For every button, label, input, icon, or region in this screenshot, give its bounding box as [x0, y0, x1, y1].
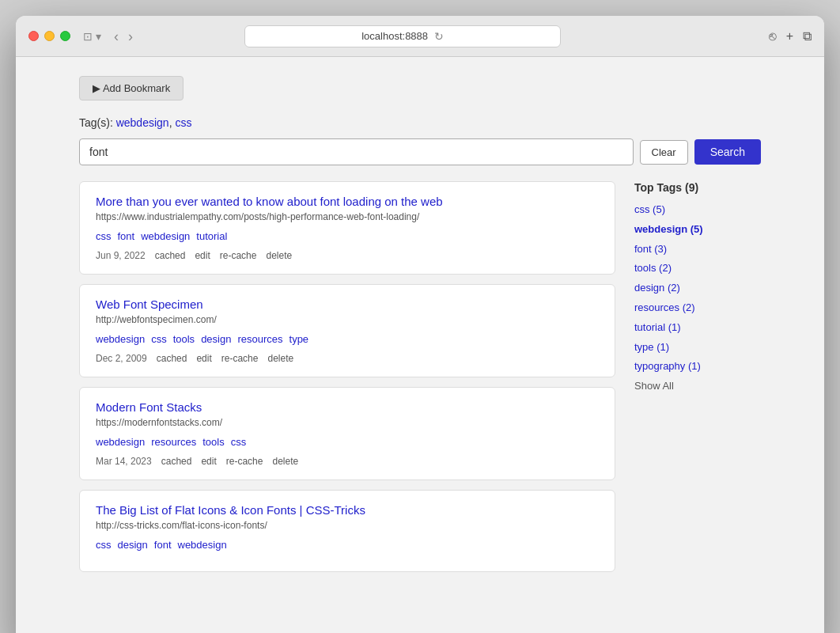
sidebar-tag-tools[interactable]: tools (2) [634, 259, 761, 279]
result-tag[interactable]: design [201, 333, 231, 345]
close-button[interactable] [28, 31, 39, 41]
tabs-icon[interactable]: ⧉ [803, 29, 812, 44]
sidebar-tag-resources[interactable]: resources (2) [634, 298, 761, 318]
sidebar-tag-font[interactable]: font (3) [634, 240, 761, 260]
recache-action[interactable]: re-cache [226, 456, 263, 467]
clear-button[interactable]: Clear [640, 140, 688, 165]
address-bar[interactable]: localhost:8888 ↻ [244, 25, 561, 47]
search-bar: Clear Search [79, 138, 761, 165]
result-tags: css font webdesign tutorial [96, 230, 599, 242]
recache-action[interactable]: re-cache [220, 250, 257, 261]
search-button[interactable]: Search [694, 139, 761, 165]
tag-css-link[interactable]: css [175, 116, 191, 129]
result-tag[interactable]: css [96, 230, 112, 242]
result-url: http://css-tricks.com/flat-icons-icon-fo… [96, 520, 599, 531]
result-tag[interactable]: resources [237, 333, 282, 345]
result-tag[interactable]: tools [202, 436, 224, 448]
result-card: The Big List of Flat Icons & Icon Fonts … [79, 490, 615, 572]
result-title[interactable]: Web Font Specimen [96, 298, 599, 311]
result-url: https://modernfontstacks.com/ [96, 417, 599, 428]
page-content: ▶ Add Bookmark Tag(s): webdesign, css Cl… [16, 57, 824, 633]
toolbar-right: ⎋ + ⧉ [769, 29, 812, 44]
edit-action[interactable]: edit [196, 353, 211, 364]
result-title[interactable]: The Big List of Flat Icons & Icon Fonts … [96, 503, 599, 517]
title-bar: ⊡ ▾ ‹ › localhost:8888 ↻ ⎋ + ⧉ [16, 16, 824, 57]
sidebar-tag-design[interactable]: design (2) [634, 279, 761, 298]
reload-icon[interactable]: ↻ [434, 30, 444, 43]
edit-action[interactable]: edit [201, 456, 216, 467]
result-tags: webdesign resources tools css [96, 436, 599, 448]
browser-window: ⊡ ▾ ‹ › localhost:8888 ↻ ⎋ + ⧉ ▶ Add Boo… [16, 16, 824, 633]
result-tag[interactable]: tutorial [196, 230, 227, 242]
result-tag[interactable]: tools [173, 333, 195, 345]
result-date: Jun 9, 2022 [96, 250, 146, 261]
sidebar-tag-typography[interactable]: typography (1) [634, 357, 761, 377]
sidebar-tag-css[interactable]: css (5) [634, 200, 761, 220]
delete-action[interactable]: delete [267, 353, 293, 364]
result-meta: Jun 9, 2022 cached edit re-cache delete [96, 250, 599, 261]
result-date: Dec 2, 2009 [96, 353, 147, 364]
minimize-button[interactable] [44, 31, 55, 41]
cached-action[interactable]: cached [155, 250, 186, 261]
delete-action[interactable]: delete [272, 456, 298, 467]
tag-webdesign-link[interactable]: webdesign [116, 116, 169, 129]
result-meta: Dec 2, 2009 cached edit re-cache delete [96, 353, 599, 364]
sidebar-title: Top Tags (9) [634, 181, 761, 194]
maximize-button[interactable] [60, 31, 70, 41]
result-tags: css design font webdesign [96, 539, 599, 551]
result-url: https://www.industrialempathy.com/posts/… [96, 211, 599, 222]
new-tab-icon[interactable]: + [786, 29, 793, 44]
result-card: Web Font Specimen http://webfontspecimen… [79, 284, 615, 377]
delete-action[interactable]: delete [266, 250, 292, 261]
result-tag[interactable]: design [118, 539, 148, 551]
result-tag[interactable]: css [96, 539, 112, 551]
search-input[interactable] [79, 138, 634, 165]
sidebar: Top Tags (9) css (5) webdesign (5) font … [634, 181, 761, 572]
result-tag[interactable]: webdesign [96, 436, 145, 448]
traffic-lights [28, 31, 70, 41]
result-title[interactable]: Modern Font Stacks [96, 400, 599, 414]
forward-button[interactable]: › [125, 28, 136, 45]
result-tag[interactable]: css [151, 333, 167, 345]
share-icon[interactable]: ⎋ [769, 29, 777, 44]
result-tag[interactable]: font [154, 539, 172, 551]
results-list: More than you ever wanted to know about … [79, 181, 615, 572]
main-layout: More than you ever wanted to know about … [79, 181, 761, 572]
edit-action[interactable]: edit [195, 250, 210, 261]
cached-action[interactable]: cached [161, 456, 192, 467]
result-tag[interactable]: webdesign [141, 230, 190, 242]
result-tag[interactable]: css [231, 436, 247, 448]
recache-action[interactable]: re-cache [221, 353, 259, 364]
cached-action[interactable]: cached [157, 353, 187, 364]
result-card: Modern Font Stacks https://modernfontsta… [79, 387, 615, 480]
add-bookmark-button[interactable]: ▶ Add Bookmark [79, 76, 184, 100]
result-date: Mar 14, 2023 [96, 456, 152, 467]
url-text: localhost:8888 [361, 30, 428, 42]
result-tag[interactable]: webdesign [96, 333, 145, 345]
result-tag[interactable]: font [118, 230, 135, 242]
nav-buttons: ‹ › [111, 28, 136, 45]
result-card: More than you ever wanted to know about … [79, 181, 615, 275]
sidebar-tag-tutorial[interactable]: tutorial (1) [634, 318, 761, 338]
result-tag[interactable]: webdesign [178, 539, 227, 551]
result-meta: Mar 14, 2023 cached edit re-cache delete [96, 456, 599, 467]
sidebar-tag-webdesign[interactable]: webdesign (5) [634, 220, 761, 240]
result-tag[interactable]: resources [151, 436, 196, 448]
back-button[interactable]: ‹ [111, 28, 122, 45]
result-url: http://webfontspecimen.com/ [96, 314, 599, 325]
sidebar-toggle-icon[interactable]: ⊡ ▾ [83, 30, 101, 43]
result-title[interactable]: More than you ever wanted to know about … [96, 195, 599, 208]
result-tags: webdesign css tools design resources typ… [96, 333, 599, 345]
sidebar-show-all-link[interactable]: Show All [634, 378, 761, 393]
sidebar-tag-type[interactable]: type (1) [634, 338, 761, 358]
tags-label: Tag(s): [79, 116, 113, 129]
tags-line: Tag(s): webdesign, css [79, 116, 761, 129]
result-tag[interactable]: type [289, 333, 309, 345]
